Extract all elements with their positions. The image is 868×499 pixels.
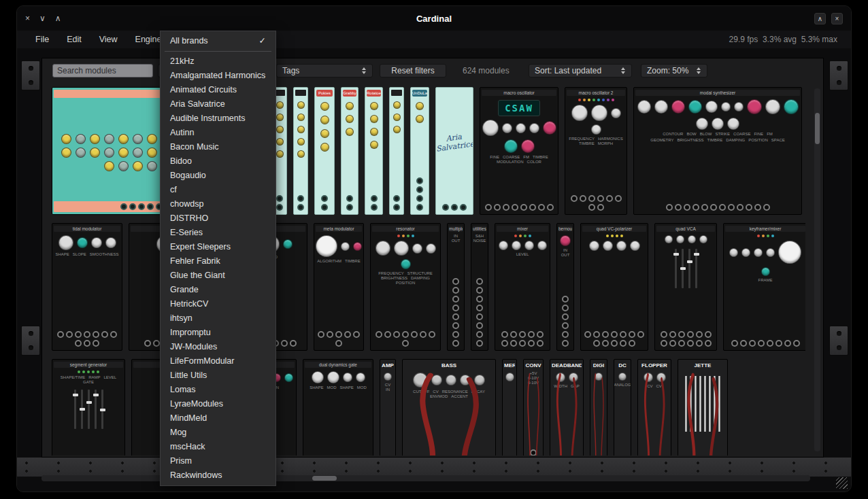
- module-card[interactable]: macro oscillatorCSAWFINECOARSEFMTIMBREMO…: [480, 87, 558, 215]
- module-card[interactable]: bernoulli gateINOUT: [556, 223, 574, 351]
- module-card[interactable]: FLOPPERCVCV: [637, 359, 671, 455]
- param-labels: INOUT: [558, 248, 572, 257]
- module-card[interactable]: quad VC-polarizer: [580, 223, 648, 351]
- sort-label: Sort: Last updated: [535, 66, 601, 75]
- module-card[interactable]: BASSCUTOFFCVRESONANCEDECAYENVMODACCENT: [402, 359, 496, 455]
- param-label: SHAPE: [55, 252, 69, 256]
- search-input[interactable]: [52, 64, 153, 78]
- brands-menu-item[interactable]: Audible Instruments: [161, 111, 276, 126]
- browser-vscrollbar[interactable]: [814, 88, 820, 451]
- jack: [501, 340, 508, 347]
- brands-menu-item[interactable]: LifeFormModular: [161, 354, 276, 368]
- module-card[interactable]: JETTE: [678, 359, 728, 455]
- menu-view[interactable]: View: [90, 31, 127, 48]
- close-window-icon[interactable]: ×: [831, 13, 843, 24]
- jack: [460, 204, 467, 211]
- module-card[interactable]: [293, 87, 308, 215]
- close-icon[interactable]: ×: [25, 14, 30, 23]
- brands-menu-item[interactable]: Bacon Music: [161, 140, 276, 154]
- param-label: CV: [433, 390, 438, 394]
- brands-menu-item[interactable]: chowdsp: [161, 197, 276, 211]
- module-card[interactable]: utilitiesS&HNOISE: [471, 223, 488, 351]
- slider: [74, 390, 76, 429]
- brands-menu-item[interactable]: Aria Salvatrice: [161, 97, 276, 111]
- brands-menu-item[interactable]: Bidoo: [161, 154, 276, 169]
- menu-edit[interactable]: Edit: [58, 31, 90, 48]
- module-card[interactable]: CONV+5V0-10V0-10V: [523, 359, 544, 455]
- brands-menu-item[interactable]: MindMeld: [161, 411, 276, 426]
- chevron-up-icon[interactable]: ∧: [55, 14, 61, 23]
- chevron-down-icon[interactable]: ∨: [39, 14, 46, 23]
- module-card[interactable]: UnDuLaR: [410, 87, 429, 215]
- brands-menu-item[interactable]: Fehler Fabrik: [161, 254, 276, 269]
- brands-menu-item[interactable]: Rackwindows: [161, 468, 276, 483]
- brands-menu-item[interactable]: LyraeModules: [161, 397, 276, 411]
- brands-menu-item[interactable]: 21kHz: [161, 54, 276, 69]
- module-card[interactable]: DIGI: [590, 359, 607, 455]
- module-card[interactable]: mixerLEVEL: [495, 223, 550, 351]
- module-card[interactable]: DEADBANDWIDTHGAP: [550, 359, 584, 455]
- brands-menu-item[interactable]: mscHack: [161, 440, 276, 454]
- brands-menu-item[interactable]: Little Utils: [161, 368, 276, 383]
- module-card[interactable]: resonatorFREQUENCYSTRUCTUREBRIGHTNESSDAM…: [370, 223, 441, 351]
- knob: [699, 235, 707, 243]
- brands-menu-item[interactable]: E-Series: [161, 226, 276, 240]
- zoom-dropdown[interactable]: Zoom: 50%: [641, 64, 707, 78]
- expand-icon[interactable]: ∧: [814, 13, 826, 24]
- window-title: Cardinal: [17, 14, 851, 24]
- vscrollbar-thumb[interactable]: [815, 113, 820, 144]
- module-card[interactable]: modal synthesizerCONTOURBOWBLOWSTRIKECOA…: [633, 87, 802, 215]
- brands-menu-item[interactable]: DISTRHO: [161, 211, 276, 226]
- bar: [685, 376, 687, 432]
- knob: [637, 100, 651, 114]
- brands-menu-item[interactable]: Amalgamated Harmonics: [161, 69, 276, 83]
- reset-filters-button[interactable]: Reset filters: [380, 64, 446, 78]
- module-card[interactable]: macro oscillator 2FREQUENCYHARMONICSTIMB…: [565, 87, 627, 215]
- menu-file[interactable]: File: [27, 31, 58, 48]
- module-card[interactable]: segment generatorSHAPE/TIMERAMPLEVELGATE: [52, 359, 125, 455]
- jack: [476, 287, 483, 294]
- brands-menu-item[interactable]: Animated Circuits: [161, 83, 276, 97]
- brands-menu-item[interactable]: Impromptu: [161, 326, 276, 340]
- module-card[interactable]: Grabby: [341, 87, 358, 215]
- brands-menu-item[interactable]: Autinn: [161, 126, 276, 140]
- brands-menu-item[interactable]: Expert Sleepers: [161, 240, 276, 254]
- jack-row: [54, 330, 120, 348]
- knob: [346, 128, 354, 136]
- brands-menu-item[interactable]: Bogaudio: [161, 169, 276, 183]
- brands-menu-item[interactable]: Mog: [161, 426, 276, 440]
- module-card[interactable]: meta modulatorALGORITHMTIMBRE: [314, 223, 364, 351]
- module-card[interactable]: tidal modulatorSHAPESLOPESMOOTHNESS: [52, 223, 122, 351]
- module-card[interactable]: dual dynamics gateSHAPEMODSHAPEMOD: [303, 359, 373, 455]
- module-card[interactable]: DCANALOG: [614, 359, 631, 455]
- module-card[interactable]: Pokies: [314, 87, 335, 215]
- module-card[interactable]: MERA: [502, 359, 517, 455]
- brands-menu-item[interactable]: HetrickCV: [161, 297, 276, 311]
- brands-menu-item[interactable]: Glue the Giant: [161, 269, 276, 283]
- module-title: macro oscillator: [482, 90, 556, 96]
- resize-grip[interactable]: [836, 477, 848, 489]
- module-card[interactable]: multiplesINOUT: [447, 223, 465, 351]
- module-card[interactable]: Aria Salvatrice: [435, 87, 473, 215]
- brands-menu-item[interactable]: ihtsyn: [161, 311, 276, 326]
- hscrollbar-thumb[interactable]: [312, 476, 337, 481]
- brands-menu-item[interactable]: JW-Modules: [161, 340, 276, 354]
- module-card[interactable]: quad VCA: [654, 223, 717, 351]
- tags-filter-dropdown[interactable]: Tags: [276, 64, 373, 78]
- module-card[interactable]: Rotatoes: [365, 87, 383, 215]
- menu-separator: [165, 51, 271, 52]
- brands-menu-item-all[interactable]: All brands ✓: [161, 34, 276, 48]
- brands-menu-item[interactable]: cf: [161, 183, 276, 197]
- knob: [133, 134, 143, 144]
- knob-row: [370, 102, 378, 149]
- rack-hscrollbar[interactable]: [41, 475, 810, 481]
- brands-menu-item[interactable]: Prism: [161, 454, 276, 468]
- module-card[interactable]: keyframer/mixerFRAME: [723, 223, 805, 351]
- brands-menu-item[interactable]: Grande: [161, 283, 276, 297]
- module-card[interactable]: AMPCVIN: [380, 359, 396, 455]
- module-title: dual dynamics gate: [305, 362, 371, 368]
- brands-menu-item[interactable]: Lomas: [161, 383, 276, 397]
- sort-dropdown[interactable]: Sort: Last updated: [529, 64, 632, 78]
- knob: [59, 235, 73, 250]
- module-card[interactable]: [389, 87, 404, 215]
